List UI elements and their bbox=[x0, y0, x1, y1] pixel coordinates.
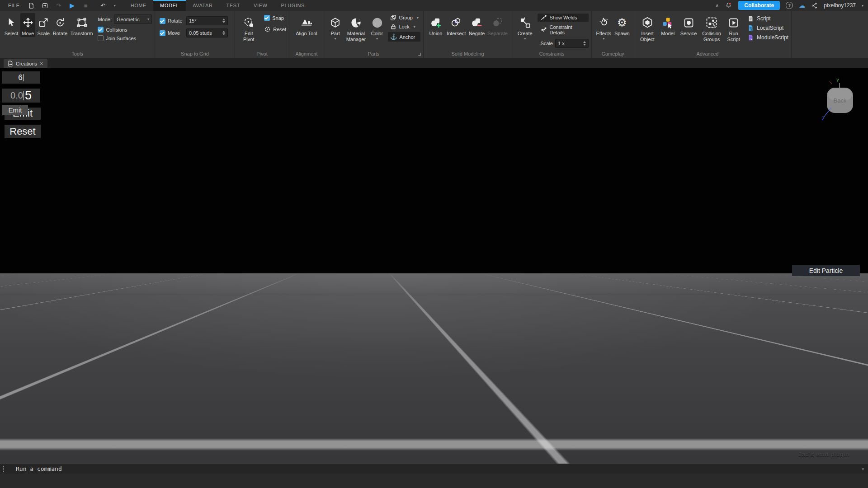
pivot-snap-checkbox[interactable] bbox=[264, 15, 270, 21]
undo-button[interactable]: ↶ bbox=[99, 1, 108, 10]
emit-tooltip: Emit bbox=[2, 105, 28, 115]
snap-move-row: Move 0.05 studs bbox=[160, 28, 228, 38]
separate-button[interactable]: Separate bbox=[486, 13, 509, 37]
effects-button[interactable]: Effects ▾ bbox=[595, 13, 613, 41]
open-button[interactable] bbox=[41, 1, 50, 10]
color-swatch-icon bbox=[371, 14, 383, 31]
move-tool-button[interactable]: Move bbox=[20, 13, 35, 37]
collaborate-button[interactable]: Collaborate bbox=[738, 1, 780, 10]
emit-rate-input[interactable]: 0.05 bbox=[2, 89, 40, 103]
model-button[interactable]: Model bbox=[658, 13, 677, 37]
group-label-gameplay: Gameplay bbox=[592, 51, 634, 56]
constraint-details-icon bbox=[540, 27, 547, 33]
scale-tool-button[interactable]: Scale bbox=[36, 13, 51, 37]
spawn-button[interactable]: ⚙ Spawn bbox=[613, 13, 631, 37]
viewport-3d[interactable]: 6 0.05 Emit Emit Reset Back Y Z Edit Par… bbox=[0, 68, 868, 464]
group-caret[interactable]: ▾ bbox=[417, 16, 419, 20]
close-tab-icon[interactable]: × bbox=[40, 61, 43, 66]
axis-y-label: Y bbox=[836, 78, 840, 83]
negate-button[interactable]: Negate bbox=[467, 13, 486, 37]
help-icon[interactable]: ? bbox=[786, 2, 793, 9]
run-script-button[interactable]: Run Script bbox=[724, 13, 743, 43]
tab-view[interactable]: VIEW bbox=[247, 0, 274, 11]
constraint-scale-input[interactable]: 1 x bbox=[555, 39, 589, 48]
ribbon-group-advanced: Insert Object Model Service bbox=[634, 11, 792, 58]
snap-move-checkbox[interactable] bbox=[160, 30, 165, 36]
union-button[interactable]: Union bbox=[427, 13, 445, 37]
material-manager-icon bbox=[350, 14, 362, 31]
command-bar-caret[interactable]: ▾ bbox=[862, 467, 864, 471]
command-input[interactable]: Run a command bbox=[16, 465, 62, 472]
tab-plugins[interactable]: PLUGINS bbox=[274, 0, 312, 11]
rotate-tool-button[interactable]: Rotate bbox=[52, 13, 69, 37]
group-label-constraints: Constraints bbox=[512, 51, 591, 56]
intersect-button[interactable]: Intersect bbox=[446, 13, 467, 37]
lock-caret[interactable]: ▾ bbox=[414, 25, 415, 29]
align-tool-button[interactable]: Align Tool bbox=[293, 13, 320, 37]
insert-object-button[interactable]: Insert Object bbox=[637, 13, 657, 43]
service-button[interactable]: Service bbox=[678, 13, 699, 37]
lock-button[interactable]: Lock ▾ bbox=[388, 23, 420, 30]
pivot-reset-button[interactable]: Reset bbox=[264, 26, 286, 33]
service-icon bbox=[683, 14, 695, 31]
view-selector-cube[interactable]: Back Y Z bbox=[821, 78, 861, 121]
effects-caret[interactable]: ▾ bbox=[603, 37, 604, 40]
play-button[interactable]: ▶ bbox=[68, 1, 77, 10]
create-constraint-icon bbox=[519, 14, 531, 31]
insert-localscript-button[interactable]: LocalScript bbox=[748, 25, 788, 31]
notifications-button[interactable] bbox=[725, 2, 732, 9]
drag-handle-icon[interactable] bbox=[3, 466, 4, 472]
anchor-button[interactable]: ⚓ Anchor bbox=[388, 32, 420, 42]
constraint-details-toggle[interactable]: Constraint Details bbox=[538, 23, 589, 36]
snap-move-input[interactable]: 0.05 studs bbox=[186, 28, 228, 38]
snap-rotate-input[interactable]: 15° bbox=[186, 16, 228, 25]
create-caret[interactable]: ▾ bbox=[524, 37, 526, 40]
edit-particle-button[interactable]: Edit Particle bbox=[792, 265, 860, 276]
document-tab-bar: Creations × bbox=[0, 58, 868, 68]
file-menu[interactable]: FILE bbox=[5, 3, 23, 8]
join-surfaces-checkbox[interactable] bbox=[98, 35, 104, 41]
cloud-sync-icon[interactable]: ☁ bbox=[799, 2, 805, 9]
undo-dropdown-caret[interactable]: ▾ bbox=[112, 1, 118, 10]
share-button[interactable] bbox=[811, 2, 818, 9]
user-menu-caret[interactable]: ▾ bbox=[862, 4, 863, 8]
stepper[interactable] bbox=[581, 41, 586, 46]
share-icon bbox=[811, 2, 818, 9]
mode-dropdown[interactable]: Geometric ▾ bbox=[114, 14, 152, 24]
baseplate-ground[interactable] bbox=[0, 273, 868, 464]
parts-dialog-launcher[interactable] bbox=[418, 53, 421, 56]
group-button[interactable]: Group ▾ bbox=[388, 14, 420, 21]
select-tool-button[interactable]: Select bbox=[3, 13, 19, 37]
new-file-button[interactable] bbox=[27, 1, 36, 10]
tab-avatar[interactable]: AVATAR bbox=[186, 0, 219, 11]
tab-model[interactable]: MODEL bbox=[153, 0, 186, 11]
insert-script-button[interactable]: Script bbox=[748, 15, 788, 22]
collisions-checkbox[interactable] bbox=[98, 27, 104, 33]
show-welds-toggle[interactable]: Show Welds bbox=[538, 14, 589, 22]
stepper[interactable] bbox=[220, 31, 225, 35]
part-button[interactable]: Part ▾ bbox=[327, 13, 343, 41]
stepper[interactable] bbox=[220, 19, 225, 23]
collision-groups-button[interactable]: Collision Groups bbox=[700, 13, 723, 43]
create-constraint-button[interactable]: Create ▾ bbox=[515, 13, 534, 41]
transform-tool-button[interactable]: Transform bbox=[70, 13, 94, 37]
chevron-up-icon[interactable]: ∧ bbox=[715, 3, 719, 8]
emit-count-input[interactable]: 6 bbox=[2, 71, 40, 84]
snap-rotate-checkbox[interactable] bbox=[160, 18, 165, 24]
username[interactable]: pixelboy1237 bbox=[824, 2, 856, 9]
part-dropdown-caret[interactable]: ▾ bbox=[335, 37, 336, 40]
group-icon bbox=[390, 14, 396, 21]
tab-creations[interactable]: Creations × bbox=[4, 59, 47, 68]
separate-icon bbox=[491, 14, 504, 31]
redo-button[interactable]: ↷ bbox=[54, 1, 63, 10]
reset-button[interactable]: Reset bbox=[5, 125, 41, 138]
edit-pivot-button[interactable]: Edit Pivot bbox=[238, 13, 259, 43]
color-dropdown-caret[interactable]: ▾ bbox=[376, 37, 378, 40]
stop-button[interactable]: ■ bbox=[81, 1, 90, 10]
insert-modulescript-button[interactable]: ModuleScript bbox=[748, 34, 788, 41]
material-manager-button[interactable]: Material Manager bbox=[344, 13, 368, 43]
tab-home[interactable]: HOME bbox=[124, 0, 153, 11]
tab-test[interactable]: TEST bbox=[220, 0, 247, 11]
color-button[interactable]: Color ▾ bbox=[369, 13, 386, 41]
intersect-icon bbox=[450, 14, 462, 31]
